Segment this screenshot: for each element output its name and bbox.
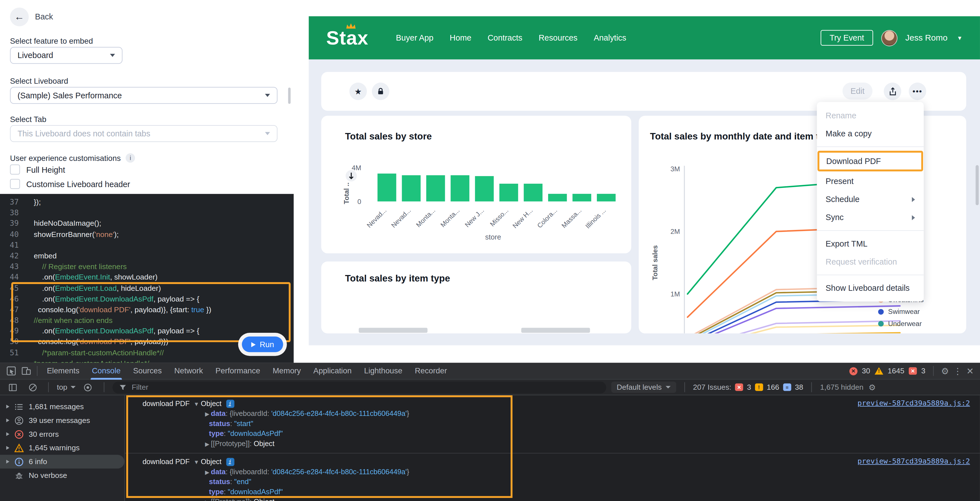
disclosure-triangle-icon[interactable]	[6, 405, 9, 408]
tab-console[interactable]: Console	[86, 362, 127, 379]
bar-chart[interactable]: 4M0Total ..Nevad...Nevad...Monta...Monta…	[321, 116, 631, 253]
tab-recorder[interactable]: Recorder	[409, 362, 453, 379]
stax-logo[interactable]: Stax	[326, 27, 369, 49]
submenu-arrow-icon	[912, 215, 915, 220]
disclosure-triangle-icon[interactable]	[6, 460, 9, 464]
context-selector[interactable]: top	[57, 383, 75, 392]
error-count: 30	[862, 367, 870, 375]
crown-icon	[346, 23, 356, 29]
object-info-badge-icon[interactable]: i	[226, 458, 234, 466]
tab-lighthouse[interactable]: Lighthouse	[358, 362, 409, 379]
more-actions-button[interactable]: •••	[909, 83, 926, 100]
clipped-legend-fragments	[359, 328, 590, 333]
menu-item-show-liveboard-details[interactable]: Show Liveboard details	[817, 279, 924, 297]
menu-item-make-a-copy[interactable]: Make a copy	[817, 124, 924, 143]
console-filter-input[interactable]: Filter	[112, 381, 606, 393]
code-editor[interactable]: 37});3839hideNoDataImage();40showErrorBa…	[0, 194, 294, 363]
log-property-type: type: "downloadAsPdf"	[125, 487, 980, 497]
liveboard-select[interactable]: (Sample) Sales Performance	[10, 87, 278, 104]
back-button[interactable]: ←	[10, 8, 29, 27]
line-number: 38	[0, 207, 19, 219]
issues-count-icon[interactable]: ✕	[909, 367, 917, 375]
permissions-button[interactable]	[372, 83, 389, 100]
playground-window: ← Back Select feature to embed Liveboard…	[0, 0, 980, 501]
star-icon: ★	[355, 86, 362, 96]
chart-card-total-sales-by-item-type[interactable]: Total sales by item type	[321, 262, 631, 333]
code-text: /*param-start-customActionHandle*//	[34, 348, 164, 358]
tab-elements[interactable]: Elements	[41, 362, 86, 379]
disclosure-triangle-icon[interactable]	[6, 446, 9, 450]
disclosure-triangle-icon[interactable]	[6, 432, 9, 436]
code-text: .on(EmbedEvent.Load, hideLoader)	[34, 283, 161, 294]
sidebar-filter-39-user-messages[interactable]: 39 user messages	[0, 413, 124, 427]
chart-card-total-sales-by-store[interactable]: Total sales by store 4M0Total ..Nevad...…	[321, 116, 631, 253]
avatar[interactable]	[881, 30, 897, 46]
sidebar-filter-1-645-warnings[interactable]: 1,645 warnings	[0, 441, 124, 455]
tab-application[interactable]: Application	[307, 362, 358, 379]
sidebar-filter-1-681-messages[interactable]: 1,681 messages	[0, 400, 124, 414]
disclosure-triangle-icon[interactable]	[6, 418, 9, 422]
hidden-messages-count: 1,675 hidden	[820, 383, 864, 392]
nav-item-home[interactable]: Home	[450, 33, 471, 43]
code-text: *param-end-customActionHandle*/	[34, 358, 149, 363]
customise-header-checkbox[interactable]	[10, 179, 20, 189]
info-icon[interactable]: i	[126, 153, 135, 163]
devtools-close-icon[interactable]: ✕	[966, 366, 974, 376]
nav-item-resources[interactable]: Resources	[539, 33, 578, 43]
tab-sources[interactable]: Sources	[127, 362, 168, 379]
nav-item-contracts[interactable]: Contracts	[488, 33, 522, 43]
submenu-arrow-icon	[912, 197, 915, 202]
menu-item-export-tml[interactable]: Export TML	[817, 235, 924, 253]
legend-dot	[878, 321, 884, 326]
legend-label: Swimwear	[888, 308, 920, 315]
edit-button[interactable]: Edit	[843, 83, 873, 99]
back-arrow-icon: ←	[14, 11, 24, 22]
log-levels-dropdown[interactable]: Default levels	[611, 381, 676, 393]
menu-item-sync[interactable]: Sync	[817, 208, 924, 226]
source-link[interactable]: preview-587cd39a5889a.js:2	[858, 399, 970, 407]
nav-item-analytics[interactable]: Analytics	[594, 33, 627, 43]
sidebar-filter-no-verbose[interactable]: No verbose	[0, 469, 124, 482]
share-button[interactable]	[884, 83, 901, 100]
nav-item-buyer-app[interactable]: Buyer App	[396, 33, 433, 43]
inspect-element-icon[interactable]	[4, 365, 19, 377]
devtools-settings-gear-icon[interactable]: ⚙	[941, 366, 949, 376]
console-sidebar-toggle-icon[interactable]	[5, 381, 20, 393]
menu-item-download-pdf[interactable]: Download PDF	[818, 151, 923, 171]
try-event-button[interactable]: Try Event	[821, 30, 873, 46]
feature-select[interactable]: Liveboard	[10, 47, 123, 64]
sidebar-filter-6-info[interactable]: 6 info	[0, 455, 124, 469]
code-line: 49 .on(EmbedEvent.DownloadAsPdf, payload…	[0, 326, 294, 337]
issues-label[interactable]: 207 Issues:	[693, 383, 731, 392]
console-sidebar: 1,681 messages39 user messages30 errors1…	[0, 395, 125, 501]
warning-count-icon[interactable]: !	[874, 367, 883, 375]
devtools-kebab-menu-icon[interactable]: ⋮	[953, 366, 962, 376]
error-count-icon[interactable]: ✕	[850, 367, 858, 375]
sidebar-filter-30-errors[interactable]: 30 errors	[0, 427, 124, 441]
code-text: hideNoDataImage();	[34, 219, 101, 229]
legend-item-underwear[interactable]: Underwear	[878, 319, 924, 327]
run-button[interactable]: Run	[242, 337, 283, 352]
favorite-button[interactable]: ★	[349, 83, 367, 100]
back-label[interactable]: Back	[35, 12, 53, 21]
svg-text:Nevad...: Nevad...	[366, 207, 388, 229]
tab-network[interactable]: Network	[168, 362, 209, 379]
devtools-panel: ElementsConsoleSourcesNetworkPerformance…	[0, 363, 980, 501]
embed-scrollbar[interactable]	[975, 165, 978, 205]
live-expression-eye-icon[interactable]	[81, 381, 95, 393]
device-toolbar-icon[interactable]	[19, 365, 34, 377]
tab-performance[interactable]: Performance	[209, 362, 266, 379]
console-settings-gear-icon[interactable]: ⚙	[869, 383, 876, 392]
object-info-badge-icon[interactable]: i	[226, 400, 234, 408]
code-line: 43 // Register event listeners	[0, 262, 294, 272]
menu-item-schedule[interactable]: Schedule	[817, 190, 924, 208]
source-link[interactable]: preview-587cd39a5889a.js:2	[858, 457, 970, 466]
clear-console-icon[interactable]	[25, 381, 40, 393]
menu-item-request-verification: Request verification	[817, 253, 924, 271]
tab-memory[interactable]: Memory	[266, 362, 307, 379]
left-panel-scrollbar[interactable]	[288, 88, 291, 104]
menu-item-present[interactable]: Present	[817, 172, 924, 190]
user-menu-chevron-icon[interactable]: ▼	[957, 35, 963, 41]
full-height-checkbox[interactable]	[10, 164, 20, 175]
legend-item-swimwear[interactable]: Swimwear	[878, 308, 924, 315]
